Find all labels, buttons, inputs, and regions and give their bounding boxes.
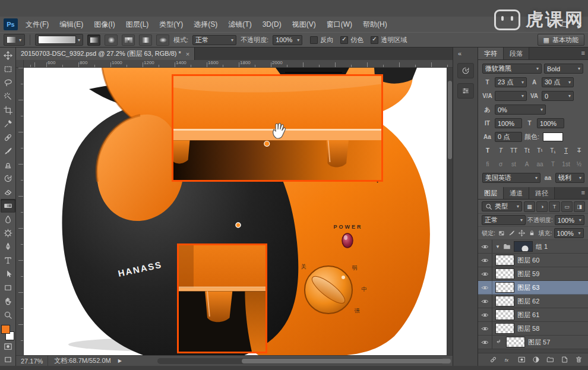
window-restore-button[interactable]: ❐	[562, 21, 568, 29]
subscript-icon[interactable]: T₁	[548, 146, 558, 156]
filter-shape-layers-icon[interactable]: ▭	[561, 201, 573, 212]
menu-item-4[interactable]: 图层(L)	[121, 17, 154, 32]
zoom-level[interactable]: 27.17%	[16, 356, 48, 366]
menu-item-1[interactable]: 文件(F)	[20, 17, 54, 32]
horizontal-scrollbar[interactable]	[157, 358, 444, 364]
screen-mode-button[interactable]	[1, 353, 15, 366]
layer-row[interactable]: 图层 57	[478, 336, 588, 349]
healing-brush-tool[interactable]	[1, 131, 15, 144]
layer-visibility-toggle[interactable]	[478, 308, 492, 321]
layer-thumbnail[interactable]	[495, 282, 514, 293]
ordinals-icon[interactable]: 1st	[561, 159, 571, 170]
opacity-select[interactable]: 100%	[273, 35, 302, 45]
ornaments-icon[interactable]: T	[548, 159, 558, 170]
vertical-ruler[interactable]	[16, 68, 24, 355]
option-checkbox-2[interactable]: 仿色	[340, 36, 363, 45]
language-select[interactable]: 美国英语	[482, 173, 540, 183]
menu-item-5[interactable]: 类型(Y)	[154, 17, 188, 32]
layer-fill-input[interactable]: 100%	[554, 228, 584, 238]
menu-item-2[interactable]: 编辑(E)	[54, 17, 88, 32]
menu-item-10[interactable]: 窗口(W)	[321, 17, 358, 32]
layer-visibility-toggle[interactable]	[478, 240, 492, 253]
brush-tool[interactable]	[1, 144, 15, 158]
layer-visibility-toggle[interactable]	[478, 254, 492, 267]
baseline-shift-input[interactable]: 0 点	[495, 132, 522, 142]
status-expand-icon[interactable]: ▶	[118, 358, 122, 363]
layer-row[interactable]: 图层 59	[478, 267, 588, 281]
font-style-select[interactable]: Bold	[544, 64, 583, 74]
faux-italic-icon[interactable]: T	[495, 146, 506, 156]
layer-row[interactable]: 图层 60	[478, 254, 588, 267]
menu-item-3[interactable]: 图像(I)	[88, 17, 120, 32]
adjustment-layer-icon[interactable]	[530, 355, 541, 365]
checkbox-icon[interactable]	[340, 36, 348, 44]
layer-opacity-input[interactable]: 100%	[555, 215, 584, 225]
diamond-gradient-icon[interactable]	[156, 34, 169, 46]
canvas-viewport[interactable]: HANASS POWER 关 弱 中 强	[24, 68, 447, 355]
history-panel-icon[interactable]	[457, 63, 474, 78]
panel-menu-icon[interactable]: ≡	[581, 189, 585, 196]
blend-mode-select[interactable]: 正常	[192, 35, 236, 45]
link-layers-icon[interactable]	[488, 355, 498, 365]
menu-item-7[interactable]: 滤镜(T)	[223, 17, 257, 32]
filter-smart-objects-icon[interactable]: ◨	[574, 201, 585, 212]
filter-type-layers-icon[interactable]: T	[549, 201, 560, 212]
titling-alt-icon[interactable]: A	[521, 159, 532, 170]
panel-menu-icon[interactable]: ≡	[581, 49, 585, 56]
vertical-scale-input[interactable]: 100%	[495, 118, 522, 128]
shape-tool[interactable]	[1, 281, 15, 295]
layer-row[interactable]: 图层 58	[478, 322, 588, 336]
properties-panel-icon[interactable]	[457, 83, 474, 99]
tab-character[interactable]: 字符	[478, 48, 504, 59]
layer-effects-icon[interactable]: fx	[502, 355, 513, 365]
eraser-tool[interactable]	[1, 185, 15, 199]
layer-visibility-toggle[interactable]	[478, 267, 492, 280]
horizontal-ruler[interactable]: 600800100012001400160018002000	[24, 60, 453, 68]
filter-pixel-layers-icon[interactable]: ▦	[524, 201, 535, 212]
angle-gradient-icon[interactable]	[122, 34, 135, 46]
eyedropper-tool[interactable]	[1, 117, 15, 131]
new-layer-icon[interactable]	[559, 355, 570, 365]
vertical-scrollbar-thumb[interactable]	[448, 81, 452, 159]
dodge-tool[interactable]	[1, 226, 15, 240]
gradient-tool[interactable]	[1, 199, 15, 213]
swash-icon[interactable]: σ	[495, 159, 506, 170]
collapse-dock-icon[interactable]: «	[458, 50, 461, 57]
foreground-color-swatch[interactable]	[1, 325, 10, 334]
window-minimize-button[interactable]: ─	[548, 21, 553, 28]
document-tab[interactable]: 20150703-DSC_9392.psd @ 27.2% (图层 63, RG…	[16, 48, 195, 60]
path-selection-tool[interactable]	[1, 267, 15, 281]
new-group-icon[interactable]	[545, 355, 555, 365]
menu-item-8[interactable]: 3D(D)	[257, 17, 287, 32]
leading-select[interactable]: 30 点	[542, 77, 574, 87]
move-tool[interactable]	[1, 49, 15, 62]
layer-thumbnail[interactable]	[495, 296, 514, 306]
checkbox-icon[interactable]	[371, 36, 378, 44]
layer-thumbnail[interactable]	[495, 309, 514, 320]
underline-icon[interactable]: T	[561, 146, 571, 156]
quick-mask-button[interactable]	[1, 340, 15, 353]
menu-item-9[interactable]: 视图(V)	[287, 17, 321, 32]
ligatures-icon[interactable]: fi	[482, 159, 493, 170]
clone-stamp-tool[interactable]	[1, 158, 15, 172]
option-checkbox-3[interactable]: 透明区域	[371, 36, 407, 45]
window-close-button[interactable]: ✕	[577, 21, 582, 29]
zoom-tool[interactable]	[1, 308, 15, 322]
workspace-switcher-button[interactable]: ▦ 基本功能	[538, 34, 584, 46]
kerning-select[interactable]	[495, 91, 527, 101]
text-color-swatch[interactable]	[543, 132, 563, 141]
layer-row[interactable]: 图层 63	[478, 281, 588, 295]
stylistic-alt-icon[interactable]: st	[508, 159, 519, 170]
filter-adjustment-layers-icon[interactable]: ◑	[536, 201, 548, 212]
fractions-icon[interactable]: ½	[574, 159, 584, 170]
lock-pixels-icon[interactable]	[507, 229, 517, 238]
layer-visibility-toggle[interactable]	[478, 336, 492, 349]
type-tool[interactable]	[1, 254, 15, 267]
strikethrough-icon[interactable]: T	[574, 146, 584, 156]
lock-position-icon[interactable]	[517, 229, 527, 238]
faux-bold-icon[interactable]: T	[482, 146, 493, 156]
layer-visibility-toggle[interactable]	[478, 322, 492, 335]
tab-paths[interactable]: 路径	[529, 187, 555, 199]
linear-gradient-icon[interactable]	[87, 34, 100, 46]
font-size-select[interactable]: 23 点	[495, 77, 527, 87]
